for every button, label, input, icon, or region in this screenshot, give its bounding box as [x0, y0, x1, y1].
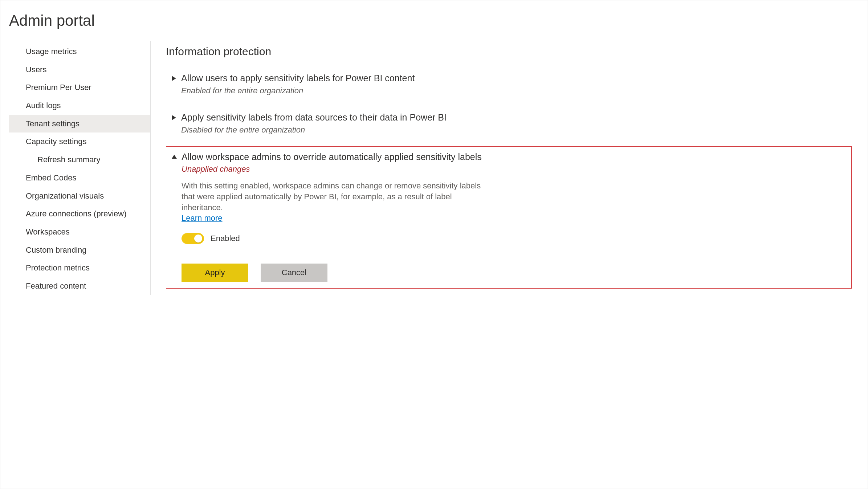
setting-body: With this setting enabled, workspace adm…	[182, 180, 847, 282]
cancel-button[interactable]: Cancel	[261, 264, 327, 282]
learn-more-link[interactable]: Learn more	[182, 213, 223, 223]
sidebar-item-refresh-summary[interactable]: Refresh summary	[9, 151, 150, 169]
sidebar-item-capacity-settings[interactable]: Capacity settings	[9, 133, 150, 151]
sidebar-item-tenant-settings[interactable]: Tenant settings	[9, 115, 150, 133]
chevron-right-icon	[170, 115, 178, 120]
sidebar-item-custom-branding[interactable]: Custom branding	[9, 241, 150, 259]
sidebar-item-embed-codes[interactable]: Embed Codes	[9, 169, 150, 187]
page-title: Admin portal	[9, 12, 859, 29]
sidebar-nav: Usage metricsUsersPremium Per UserAudit …	[9, 41, 151, 295]
sidebar-item-audit-logs[interactable]: Audit logs	[9, 97, 150, 115]
button-row: ApplyCancel	[182, 264, 847, 282]
setting-apply-from-sources: Apply sensitivity labels from data sourc…	[166, 107, 852, 141]
setting-status: Disabled for the entire organization	[181, 125, 847, 135]
setting-allow-admin-override: Allow workspace admins to override autom…	[166, 146, 852, 289]
sidebar-item-premium-per-user[interactable]: Premium Per User	[9, 78, 150, 97]
sidebar-item-organizational-visuals[interactable]: Organizational visuals	[9, 187, 150, 205]
setting-title: Allow users to apply sensitivity labels …	[181, 72, 847, 85]
toggle-label: Enabled	[211, 234, 240, 243]
settings-list: Allow users to apply sensitivity labels …	[166, 68, 852, 289]
svg-marker-1	[172, 115, 176, 120]
section-title: Information protection	[166, 45, 852, 58]
sidebar-item-workspaces[interactable]: Workspaces	[9, 223, 150, 241]
setting-status: Enabled for the entire organization	[181, 86, 847, 95]
setting-allow-sensitivity-labels: Allow users to apply sensitivity labels …	[166, 68, 852, 102]
toggle-row: Enabled	[182, 233, 847, 244]
apply-button[interactable]: Apply	[182, 264, 248, 282]
setting-status: Unapplied changes	[182, 164, 847, 174]
chevron-right-icon	[170, 76, 178, 81]
setting-description: With this setting enabled, workspace adm…	[182, 180, 494, 213]
sidebar-item-users[interactable]: Users	[9, 61, 150, 79]
chevron-up-icon	[171, 155, 178, 160]
toggle-knob	[194, 235, 202, 243]
setting-header-apply-from-sources[interactable]: Apply sensitivity labels from data sourc…	[170, 111, 847, 135]
setting-header-allow-sensitivity-labels[interactable]: Allow users to apply sensitivity labels …	[170, 72, 847, 95]
setting-header-allow-admin-override[interactable]: Allow workspace admins to override autom…	[171, 151, 847, 174]
sidebar-item-azure-connections[interactable]: Azure connections (preview)	[9, 205, 150, 223]
setting-title: Allow workspace admins to override autom…	[182, 151, 847, 163]
setting-title: Apply sensitivity labels from data sourc…	[181, 111, 847, 124]
sidebar-item-featured-content[interactable]: Featured content	[9, 277, 150, 295]
content-row: Usage metricsUsersPremium Per UserAudit …	[9, 41, 859, 295]
setting-titles: Apply sensitivity labels from data sourc…	[181, 111, 847, 135]
admin-portal-container: Admin portal Usage metricsUsersPremium P…	[0, 0, 868, 489]
enabled-toggle[interactable]	[182, 233, 204, 244]
setting-titles: Allow users to apply sensitivity labels …	[181, 72, 847, 95]
svg-marker-0	[172, 76, 176, 81]
svg-marker-2	[172, 155, 177, 159]
sidebar-item-protection-metrics[interactable]: Protection metrics	[9, 259, 150, 277]
setting-titles: Allow workspace admins to override autom…	[182, 151, 847, 174]
main-content: Information protection Allow users to ap…	[151, 41, 859, 295]
sidebar-item-usage-metrics[interactable]: Usage metrics	[9, 42, 150, 61]
